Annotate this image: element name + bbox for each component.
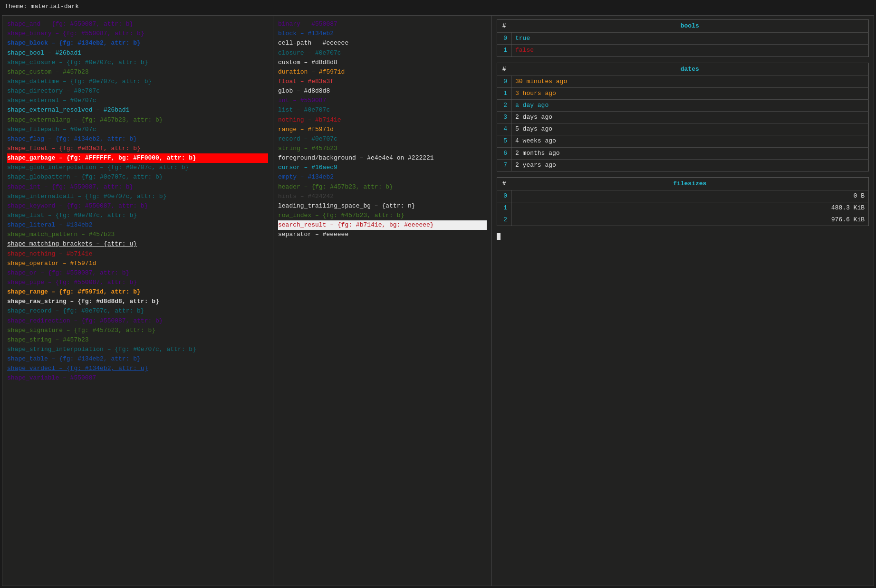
list-item: shape_bool – #26bad1 — [7, 48, 268, 58]
list-item: shape_table – {fg: #134eb2, attr: b} — [7, 354, 268, 364]
list-item: row_index – {fg: #457b23, attr: b} — [278, 211, 487, 220]
table-row: 00 B — [497, 190, 869, 202]
row-value: 4 weeks ago — [511, 135, 869, 147]
list-item: list – #0e707c — [278, 105, 487, 115]
list-item: shape_match_pattern – #457b23 — [7, 230, 268, 239]
list-item: nothing – #b7141e — [278, 115, 487, 125]
list-item: shape_float – {fg: #e83a3f, attr: b} — [7, 144, 268, 153]
table-row: 1488.3 KiB — [497, 202, 869, 214]
list-item: shape_globpattern – {fg: #0e707c, attr: … — [7, 172, 268, 182]
row-index: 7 — [497, 159, 511, 171]
bools-hash-header: # — [497, 20, 511, 33]
row-index: 1 — [497, 45, 511, 57]
table-row: 13 hours ago — [497, 87, 869, 99]
row-value: 3 hours ago — [511, 87, 869, 99]
table-row: 72 years ago — [497, 159, 869, 171]
list-item: record – #0e707c — [278, 134, 487, 144]
list-item: closure – #0e707c — [278, 48, 487, 58]
list-item: shape_binary – {fg: #550087, attr: b} — [7, 29, 268, 38]
list-item: separator – #eeeeee — [278, 230, 487, 239]
row-index: 0 — [497, 33, 511, 45]
bools-table: # bools 0true1false — [497, 19, 869, 57]
list-item: int – #550087 — [278, 96, 487, 105]
dates-header: dates — [511, 63, 869, 76]
filesizes-header: filesizes — [511, 177, 869, 190]
list-item: shape_closure – {fg: #0e707c, attr: b} — [7, 58, 268, 67]
list-item: shape_int – {fg: #550087, attr: b} — [7, 182, 268, 192]
left-column: shape_and – {fg: #550087, attr: b}shape_… — [2, 16, 273, 586]
list-item: binary – #550087 — [278, 19, 487, 29]
list-item: shape_flag – {fg: #134eb2, attr: b} — [7, 134, 268, 144]
list-item: custom – #d8d8d8 — [278, 58, 487, 67]
middle-column: binary – #550087block – #134eb2cell-path… — [273, 16, 492, 586]
list-item: shape_nothing – #b7141e — [7, 249, 268, 259]
list-item: shape_string_interpolation – {fg: #0e707… — [7, 345, 268, 354]
right-column: # bools 0true1false # dates 030 minutes … — [492, 16, 874, 586]
row-index: 1 — [497, 202, 511, 214]
table-row: 2a day ago — [497, 99, 869, 111]
list-item: shape_redirection – {fg: #550087, attr: … — [7, 316, 268, 326]
list-item: cell-path – #eeeeee — [278, 38, 487, 48]
row-index: 2 — [497, 214, 511, 226]
row-value: false — [511, 45, 869, 57]
row-value: 2 days ago — [511, 112, 869, 123]
list-item: shape_and – {fg: #550087, attr: b} — [7, 19, 268, 29]
list-item: shape_keyword – {fg: #550087, attr: b} — [7, 201, 268, 211]
row-value: 0 B — [511, 190, 869, 202]
list-item: header – {fg: #457b23, attr: b} — [278, 182, 487, 192]
list-item: block – #134eb2 — [278, 29, 487, 38]
table-row: 54 weeks ago — [497, 135, 869, 147]
list-item: shape_record – {fg: #0e707c, attr: b} — [7, 306, 268, 316]
list-item: glob – #d8d8d8 — [278, 86, 487, 96]
dates-table: # dates 030 minutes ago13 hours ago2a da… — [497, 63, 869, 171]
list-item: shape_operator – #f5971d — [7, 259, 268, 268]
table-row: 030 minutes ago — [497, 76, 869, 87]
cursor-indicator — [497, 232, 869, 241]
list-item: shape_garbage – {fg: #FFFFFF, bg: #FF000… — [7, 153, 268, 163]
list-item: shape_variable – #550087 — [7, 373, 268, 383]
table-row: 0true — [497, 33, 869, 45]
table-row: 2976.6 KiB — [497, 214, 869, 226]
list-item: float – #e83a3f — [278, 77, 487, 86]
list-item: shape_internalcall – {fg: #0e707c, attr:… — [7, 192, 268, 201]
list-item: shape_or – {fg: #550087, attr: b} — [7, 268, 268, 278]
list-item: shape_range – {fg: #f5971d, attr: b} — [7, 287, 268, 297]
cursor-block — [497, 233, 501, 240]
row-index: 4 — [497, 123, 511, 135]
list-item: shape_datetime – {fg: #0e707c, attr: b} — [7, 77, 268, 86]
list-item: shape_block – {fg: #134eb2, attr: b} — [7, 38, 268, 48]
list-item: shape_vardecl – {fg: #134eb2, attr: u} — [7, 364, 268, 373]
row-index: 2 — [497, 99, 511, 111]
table-row: 62 months ago — [497, 147, 869, 159]
list-item: shape_externalarg – {fg: #457b23, attr: … — [7, 115, 268, 125]
row-value: 5 days ago — [511, 123, 869, 135]
list-item: shape_raw_string – {fg: #d8d8d8, attr: b… — [7, 297, 268, 306]
table-row: 32 days ago — [497, 112, 869, 123]
list-item: shape_external_resolved – #26bad1 — [7, 105, 268, 115]
list-item: search_result – {fg: #b7141e, bg: #eeeee… — [278, 220, 487, 230]
list-item: shape_pipe – {fg: #550087, attr: b} — [7, 278, 268, 287]
row-index: 0 — [497, 190, 511, 202]
list-item: shape_custom – #457b23 — [7, 67, 268, 77]
list-item: shape_list – {fg: #0e707c, attr: b} — [7, 211, 268, 220]
main-container: shape_and – {fg: #550087, attr: b}shape_… — [2, 15, 874, 586]
list-item: range – #f5971d — [278, 125, 487, 134]
row-value: 2 years ago — [511, 159, 869, 171]
row-value: 488.3 KiB — [511, 202, 869, 214]
list-item: shape_directory – #0e707c — [7, 86, 268, 96]
list-item: cursor – #16aec9 — [278, 163, 487, 172]
list-item: hints – #424242 — [278, 192, 487, 201]
row-value: true — [511, 33, 869, 45]
theme-title: Theme: material-dark — [0, 0, 876, 13]
list-item: string – #457b23 — [278, 144, 487, 153]
filesizes-table: # filesizes 00 B1488.3 KiB2976.6 KiB — [497, 177, 869, 227]
list-item: empty – #134eb2 — [278, 172, 487, 182]
row-index: 0 — [497, 76, 511, 87]
list-item: shape_string – #457b23 — [7, 335, 268, 345]
row-value: 2 months ago — [511, 147, 869, 159]
table-row: 1false — [497, 45, 869, 57]
list-item: shape_matching_brackets – {attr: u} — [7, 239, 268, 249]
list-item: foreground/background – #e4e4e4 on #2222… — [278, 153, 487, 163]
list-item: shape_glob_interpolation – {fg: #0e707c,… — [7, 163, 268, 172]
list-item: shape_signature – {fg: #457b23, attr: b} — [7, 326, 268, 335]
